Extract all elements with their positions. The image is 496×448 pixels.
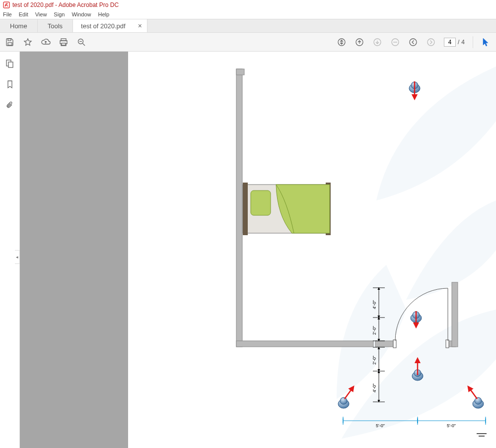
page-current-input[interactable]: [444, 38, 456, 47]
print-icon[interactable]: [59, 37, 69, 47]
thumbnails-icon[interactable]: [5, 59, 15, 68]
tab-home[interactable]: Home: [0, 19, 38, 32]
menu-sign[interactable]: Sign: [54, 11, 65, 17]
svg-point-14: [427, 39, 434, 46]
tab-file-label: test of 2020.pdf: [81, 22, 126, 30]
person-in-door: [411, 311, 422, 325]
svg-rect-25: [452, 282, 458, 347]
menu-bar: File Edit View Sign Window Help: [0, 10, 496, 19]
zoom-out-icon[interactable]: [76, 37, 86, 47]
tab-file[interactable]: test of 2020.pdf ×: [73, 19, 147, 32]
svg-line-37: [469, 388, 477, 399]
page-down-icon[interactable]: [372, 37, 382, 47]
dim-2-0-upper: 2'-0": [372, 326, 377, 335]
star-icon[interactable]: [23, 37, 33, 47]
watermark-leaves: [337, 66, 496, 439]
person-bottom-right: [469, 388, 484, 408]
scroll-mode-icon[interactable]: [337, 37, 347, 47]
menu-window[interactable]: Window: [71, 11, 91, 17]
main-area: ◂: [0, 52, 496, 448]
nav-forward-icon[interactable]: [426, 37, 436, 47]
menu-file[interactable]: File: [3, 11, 12, 17]
svg-point-13: [410, 39, 417, 46]
page-up-icon[interactable]: [354, 37, 364, 47]
collapse-panel-icon[interactable]: ◂: [15, 250, 20, 264]
menu-help[interactable]: Help: [98, 11, 110, 17]
svg-rect-27: [446, 340, 449, 348]
dim-4-0-lower: 4'-0": [372, 384, 377, 392]
svg-rect-32: [251, 191, 271, 215]
menu-view[interactable]: View: [35, 11, 47, 17]
toolbar: / 4: [0, 33, 496, 52]
menu-edit[interactable]: Edit: [19, 11, 28, 17]
dim-5-0-right: 5'-0": [447, 423, 456, 428]
nav-rail: ◂: [0, 52, 20, 448]
svg-rect-16: [8, 62, 13, 67]
save-icon[interactable]: [5, 37, 15, 47]
svg-rect-23: [375, 341, 395, 347]
page-number-nav: / 4: [444, 38, 465, 47]
page-sep: /: [458, 39, 459, 46]
section-marker: [477, 434, 487, 436]
svg-rect-26: [393, 340, 396, 348]
bookmark-icon[interactable]: [5, 79, 15, 89]
svg-rect-4: [62, 43, 66, 45]
nav-back-icon[interactable]: [408, 37, 418, 47]
thumbnail-panel[interactable]: [20, 52, 128, 448]
close-tab-icon[interactable]: ×: [138, 22, 142, 30]
page-total: 4: [461, 39, 465, 46]
acrobat-icon: [3, 1, 10, 8]
person-top-right: [409, 81, 420, 97]
svg-rect-22: [236, 341, 373, 347]
bed: [243, 183, 331, 235]
window-title: test of 2020.pdf - Adobe Acrobat Pro DC: [12, 1, 119, 8]
dim-2-0-lower: 2'-0": [372, 356, 377, 365]
svg-rect-30: [243, 183, 248, 235]
svg-rect-21: [236, 69, 244, 75]
zoom-reset-icon[interactable]: [390, 37, 400, 47]
document-view[interactable]: 4'-0" 2'-0" 2'-0" 4'-0" 5'-0" 5'-0": [128, 52, 496, 448]
floorplan-drawing: 4'-0" 2'-0" 2'-0" 4'-0" 5'-0" 5'-0": [128, 52, 496, 448]
svg-rect-1: [8, 39, 11, 41]
svg-line-6: [83, 43, 85, 46]
svg-rect-20: [236, 69, 242, 347]
tab-tools[interactable]: Tools: [38, 19, 73, 32]
toolbar-separator: [473, 36, 473, 48]
title-bar: test of 2020.pdf - Adobe Acrobat Pro DC: [0, 0, 496, 10]
attachment-icon[interactable]: [5, 100, 15, 110]
dim-5-0-left: 5'-0": [376, 423, 385, 428]
svg-rect-2: [8, 43, 12, 45]
selection-tool-icon[interactable]: [481, 37, 491, 47]
cloud-upload-icon[interactable]: [41, 37, 51, 47]
dim-4-0-upper: 4'-0": [372, 300, 377, 309]
tab-strip: Home Tools test of 2020.pdf ×: [0, 19, 496, 33]
